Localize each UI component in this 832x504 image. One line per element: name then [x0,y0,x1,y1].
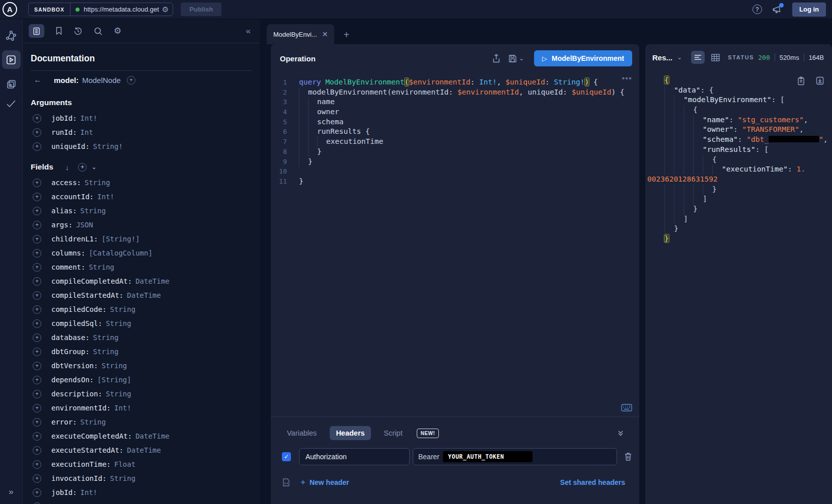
doc-field-row[interactable]: +uniqueId:String! [31,139,252,153]
doc-field-row[interactable]: +compileStartedAt:DateTime [31,288,252,302]
add-to-query-icon[interactable]: + [33,474,41,483]
doc-field-row[interactable]: +runId:Int [31,125,252,139]
add-to-query-icon[interactable]: + [33,319,41,328]
announcements-icon[interactable] [772,5,782,14]
doc-field-row[interactable]: +error:String [31,415,252,429]
history-tab-icon[interactable] [73,27,83,36]
raw-view-toggle[interactable] [691,51,705,64]
response-dropdown-chevron-icon[interactable]: ⌄ [677,54,682,61]
doc-field-row[interactable]: +environmentId:Int! [31,401,252,415]
add-to-query-icon[interactable]: + [33,305,41,314]
collapse-doc-panel-icon[interactable]: « [246,26,251,36]
doc-field-row[interactable]: +dbtVersion:String [31,359,252,373]
doc-field-row[interactable]: +executeStartedAt:DateTime [31,443,252,457]
doc-field-row[interactable]: +childrenL1:[String!] [31,232,252,246]
add-all-fields-icon[interactable]: + [78,163,87,172]
help-icon[interactable]: ? [752,5,762,14]
add-to-query-icon[interactable]: + [33,221,41,229]
header-enabled-checkbox[interactable]: ✓ [282,452,291,461]
doc-field-row[interactable]: +dependsOn:[String] [31,373,252,387]
back-arrow-icon[interactable]: ← [34,75,42,85]
code-line[interactable]: 2modelByEnvironment(environmentId: $envi… [271,88,639,98]
add-to-query-icon[interactable]: + [33,376,41,384]
add-to-query-icon[interactable]: + [33,128,41,137]
add-to-query-icon[interactable]: + [33,263,41,272]
response-json-viewer[interactable]: {"data": {"modelByEnvironment": [{"name"… [645,70,832,244]
add-to-query-icon[interactable]: + [33,418,41,427]
add-model-icon[interactable]: + [127,76,135,85]
code-line[interactable]: 10 [271,166,639,177]
doc-field-row[interactable]: +database:String [31,330,252,345]
add-to-query-icon[interactable]: + [33,193,41,201]
tab-script[interactable]: Script [378,426,409,440]
header-value-input[interactable]: Bearer YOUR_AUTH_TOKEN [413,448,617,465]
add-to-query-icon[interactable]: + [33,333,41,342]
endpoint-settings-icon[interactable]: ⚙ [162,5,169,14]
doc-field-row[interactable]: +description:String [31,387,252,401]
doc-field-row[interactable]: +dbtGroup:String [31,345,252,359]
code-line[interactable]: 3name [271,97,639,107]
code-line[interactable]: 4owner [271,107,639,117]
doc-field-row[interactable]: +jobId:Int! [31,111,252,125]
add-to-query-icon[interactable]: + [33,249,41,258]
doc-field-row[interactable]: +accountId:Int! [31,190,252,204]
code-line[interactable]: 8} [271,147,639,157]
doc-field-row[interactable]: +compiledCode:String [31,302,252,316]
new-header-button[interactable]: + New header [300,477,349,487]
doc-field-row[interactable]: +comment:String [31,260,252,274]
publish-button[interactable]: Publish [181,3,221,16]
save-operation-icon[interactable] [508,54,517,63]
doc-field-row[interactable]: +jobId:Int! [31,485,252,499]
add-to-query-icon[interactable]: + [33,432,41,441]
documentation-tab[interactable] [29,24,44,38]
add-to-query-icon[interactable]: + [33,502,41,504]
download-response-icon[interactable] [816,76,824,86]
code-line[interactable]: 5schema [271,117,639,127]
doc-field-row[interactable]: +invocationId:String [31,471,252,485]
explorer-nav-item[interactable] [2,50,21,69]
add-to-query-icon[interactable]: + [33,446,41,455]
schema-graph-icon[interactable] [6,30,17,41]
add-to-query-icon[interactable]: + [33,460,41,469]
doc-field-row[interactable]: +compileCompletedAt:DateTime [31,274,252,288]
doc-crumb-type[interactable]: ModelNode [82,76,121,85]
add-to-query-icon[interactable]: + [33,291,41,300]
add-to-query-icon[interactable]: + [33,179,41,187]
code-line[interactable]: 9} [271,157,639,167]
doc-field-row[interactable]: +executeCompletedAt:DateTime [31,429,252,443]
add-to-query-icon[interactable]: + [33,488,41,497]
fields-options-chevron-icon[interactable]: ⌄ [92,164,96,171]
add-to-query-icon[interactable]: + [33,348,41,356]
add-to-query-icon[interactable]: + [33,142,41,151]
add-to-query-icon[interactable]: + [33,362,41,370]
code-line[interactable]: 11} [271,177,639,187]
add-to-query-icon[interactable]: + [33,235,41,243]
login-button[interactable]: Log in [792,3,826,17]
add-to-query-icon[interactable]: + [33,207,41,215]
delete-header-icon[interactable] [624,452,632,461]
doc-field-row[interactable]: +alias:String [31,204,252,218]
checklist-icon[interactable] [6,100,17,108]
share-operation-icon[interactable] [492,54,500,63]
doc-field-row[interactable]: +columns:[CatalogColumn] [31,246,252,260]
add-to-query-icon[interactable]: + [33,404,41,412]
sort-fields-icon[interactable]: ↓ [65,163,69,172]
bookmarks-tab-icon[interactable] [55,27,62,35]
doc-field-row[interactable]: +executionTime:Float [31,457,252,471]
search-tab-icon[interactable] [94,27,103,36]
tab-headers[interactable]: Headers [330,426,370,440]
endpoint-url-group[interactable]: SANDBOX https://metadata.cloud.get ⚙ [28,3,173,16]
collapse-section-icon[interactable] [617,430,624,437]
header-key-input[interactable]: Authorization [299,448,410,465]
doc-field-row[interactable]: +compiledSql:String [31,316,252,330]
add-to-query-icon[interactable]: + [33,390,41,398]
run-operation-button[interactable]: ▷ ModelByEnvironment [534,50,632,66]
doc-settings-icon[interactable]: ⚙ [114,26,121,36]
tab-variables[interactable]: Variables [281,426,323,440]
doc-field-row[interactable]: +access:String [31,176,252,190]
doc-field-row[interactable]: + [31,499,252,504]
operation-tab[interactable]: ModelByEnvi... ✕ [267,24,334,44]
save-options-chevron-icon[interactable]: ⌄ [519,55,524,62]
code-line[interactable]: 1query ModelByEnvironment($environmentId… [271,77,639,88]
env-variables-icon[interactable] [282,478,290,487]
